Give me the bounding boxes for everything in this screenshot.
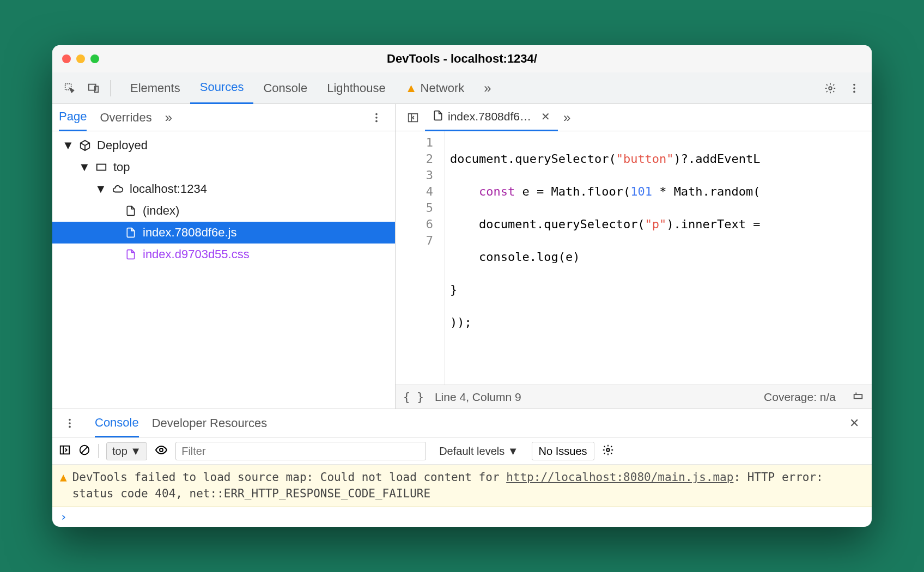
tab-network-label: Network — [421, 81, 465, 95]
pretty-print-icon[interactable]: { } — [403, 391, 424, 404]
editor-tab-active[interactable]: index.7808df6… ✕ — [425, 104, 558, 131]
svg-point-4 — [853, 83, 855, 86]
console-warning-row: ▲ DevTools failed to load source map: Co… — [52, 465, 872, 507]
inspect-element-icon[interactable] — [58, 76, 82, 100]
svg-point-7 — [375, 113, 378, 115]
console-text: DevTools failed to load source map: Coul… — [72, 469, 864, 502]
sidebar-more-tabs[interactable]: » — [165, 104, 170, 131]
svg-point-3 — [829, 87, 832, 90]
divider — [98, 444, 99, 458]
warning-icon: ▲ — [60, 469, 67, 502]
console-toolbar: top ▼ Default levels ▼ No Issues — [52, 437, 872, 465]
chevron-down-icon: ▼ — [78, 160, 89, 174]
line-number: 7 — [396, 233, 433, 249]
editor-statusbar: { } Line 4, Column 9 Coverage: n/a — [396, 385, 872, 409]
code-editor[interactable]: 1 2 3 4 5 6 7 document.querySelector("bu… — [396, 131, 872, 385]
code-panel: index.7808df6… ✕ » 1 2 3 4 5 6 7 documen… — [396, 104, 872, 409]
toggle-sidebar-icon[interactable] — [401, 106, 425, 130]
tree-label: Deployed — [97, 138, 148, 153]
tab-elements[interactable]: Elements — [120, 72, 190, 104]
line-gutter: 1 2 3 4 5 6 7 — [396, 131, 445, 385]
line-number: 4 — [396, 184, 433, 200]
levels-dropdown[interactable]: Default levels ▼ — [434, 443, 524, 460]
drawer-kebab-icon[interactable] — [58, 411, 82, 435]
sidebar-tabbar: Page Overrides » — [52, 104, 395, 131]
tab-console[interactable]: Console — [253, 72, 317, 104]
show-coverage-icon[interactable] — [852, 390, 864, 404]
more-tabs-button[interactable]: » — [474, 72, 499, 104]
main-tab-list: Elements Sources Console Lighthouse ▲ Ne… — [120, 72, 499, 104]
kebab-menu-icon[interactable] — [842, 76, 866, 100]
cursor-position: Line 4, Column 9 — [435, 391, 521, 404]
tree-file-js[interactable]: index.7808df6e.js — [52, 222, 395, 244]
divider — [110, 80, 111, 96]
line-number: 5 — [396, 200, 433, 216]
window-title: DevTools - localhost:1234/ — [52, 52, 872, 66]
tab-lighthouse[interactable]: Lighthouse — [317, 72, 396, 104]
close-drawer-icon[interactable]: ✕ — [842, 411, 866, 435]
svg-rect-10 — [97, 165, 106, 171]
sidebar-toggle-icon[interactable] — [59, 444, 71, 458]
line-number: 1 — [396, 135, 433, 151]
console-settings-icon[interactable] — [602, 444, 614, 458]
svg-point-22 — [606, 448, 610, 452]
tree-label: (index) — [143, 204, 179, 218]
svg-line-20 — [82, 447, 88, 453]
tree-file-css[interactable]: index.d9703d55.css — [52, 244, 395, 265]
sources-sidebar: Page Overrides » ▼ Deployed ▼ top — [52, 104, 396, 409]
clear-console-icon[interactable] — [78, 444, 90, 458]
svg-rect-13 — [854, 394, 862, 398]
file-icon — [123, 249, 138, 260]
coverage-status: Coverage: n/a — [764, 391, 836, 404]
file-icon — [433, 110, 443, 124]
main-tabbar: Elements Sources Console Lighthouse ▲ Ne… — [52, 72, 872, 104]
close-tab-icon[interactable]: ✕ — [541, 110, 550, 123]
file-icon — [123, 205, 138, 216]
sidebar-tab-page[interactable]: Page — [59, 104, 87, 131]
device-toggle-icon[interactable] — [82, 76, 106, 100]
tree-node-deployed[interactable]: ▼ Deployed — [52, 135, 395, 156]
svg-point-21 — [160, 448, 163, 452]
tree-label: index.d9703d55.css — [143, 247, 250, 261]
cloud-icon — [110, 183, 125, 195]
editor-more-tabs[interactable]: » — [558, 110, 574, 125]
editor-tabbar: index.7808df6… ✕ » — [396, 104, 872, 131]
svg-point-6 — [853, 90, 855, 93]
drawer-tab-dev-resources[interactable]: Developer Resources — [152, 409, 268, 437]
eye-icon[interactable] — [155, 443, 168, 459]
svg-point-16 — [69, 426, 71, 428]
tree-node-top[interactable]: ▼ top — [52, 156, 395, 178]
chevron-down-icon: ▼ — [95, 182, 106, 196]
devtools-window: DevTools - localhost:1234/ Elements Sour… — [52, 45, 872, 527]
editor-tab-label: index.7808df6… — [448, 110, 531, 123]
file-icon — [123, 227, 138, 238]
code-content: document.querySelector("button")?.addEve… — [445, 131, 766, 385]
filter-input[interactable] — [175, 442, 426, 460]
sourcemap-link[interactable]: http://localhost:8080/main.js.map — [506, 471, 733, 484]
titlebar: DevTools - localhost:1234/ — [52, 45, 872, 72]
svg-point-8 — [375, 117, 378, 119]
tree-label: localhost:1234 — [130, 182, 207, 196]
sidebar-kebab-icon[interactable] — [364, 106, 388, 130]
chevron-down-icon: ▼ — [62, 138, 73, 153]
svg-point-14 — [69, 419, 71, 421]
frame-icon — [94, 161, 109, 173]
tree-file-index[interactable]: (index) — [52, 200, 395, 222]
console-prompt[interactable]: › — [52, 507, 872, 527]
svg-rect-17 — [60, 446, 70, 454]
line-number: 3 — [396, 167, 433, 184]
sidebar-tab-overrides[interactable]: Overrides — [100, 104, 151, 131]
tree-label: top — [113, 160, 130, 174]
tab-sources[interactable]: Sources — [190, 72, 254, 104]
file-tree: ▼ Deployed ▼ top ▼ localhost:1234 (index… — [52, 131, 395, 409]
issues-button[interactable]: No Issues — [532, 442, 594, 460]
tree-node-host[interactable]: ▼ localhost:1234 — [52, 178, 395, 200]
context-dropdown[interactable]: top ▼ — [106, 442, 147, 460]
tab-network[interactable]: ▲ Network — [396, 72, 474, 104]
drawer-tab-console[interactable]: Console — [95, 409, 139, 437]
line-number: 2 — [396, 151, 433, 167]
settings-icon[interactable] — [818, 76, 842, 100]
box-icon — [77, 139, 93, 151]
warning-icon: ▲ — [405, 81, 417, 95]
drawer-tabbar: Console Developer Resources ✕ — [52, 409, 872, 437]
